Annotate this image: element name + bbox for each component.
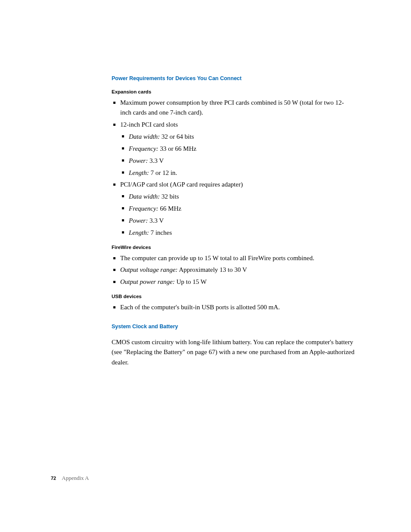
spec-label: Frequency: bbox=[129, 145, 159, 152]
section-expansion-cards: Expansion cards Maximum power consumptio… bbox=[112, 89, 355, 238]
list-item: Data width: 32 bits bbox=[120, 191, 355, 202]
list-text: 12-inch PCI card slots bbox=[120, 121, 178, 128]
list-item: Frequency: 33 or 66 MHz bbox=[120, 143, 355, 154]
list-item: Power: 3.3 V bbox=[120, 156, 355, 166]
sublist: Data width: 32 or 64 bits Frequency: 33 … bbox=[120, 131, 355, 178]
list-item: Length: 7 inches bbox=[120, 227, 355, 238]
list-firewire: The computer can provide up to 15 W tota… bbox=[112, 253, 355, 287]
spec-value: 32 or 64 bits bbox=[160, 133, 194, 140]
spec-value: 32 bits bbox=[160, 193, 179, 200]
spec-value: 7 or 12 in. bbox=[149, 169, 177, 176]
spec-label: Power: bbox=[129, 217, 148, 224]
spec-label: Output voltage range: bbox=[120, 266, 177, 273]
spec-value: 3.3 V bbox=[148, 157, 164, 164]
list-item: Length: 7 or 12 in. bbox=[120, 168, 355, 178]
list-text: PCI/AGP card slot (AGP card requires ada… bbox=[120, 181, 243, 188]
list-text: The computer can provide up to 15 W tota… bbox=[120, 255, 314, 261]
spec-label: Length: bbox=[129, 169, 149, 176]
heading-system-clock: System Clock and Battery bbox=[112, 324, 355, 330]
spec-label: Length: bbox=[129, 229, 149, 236]
list-item: 12-inch PCI card slots Data width: 32 or… bbox=[112, 120, 355, 178]
spec-value: Up to 15 W bbox=[175, 278, 207, 285]
spec-label: Output power range: bbox=[120, 278, 175, 285]
list-text: Each of the computer's built-in USB port… bbox=[120, 304, 280, 311]
spec-label: Power: bbox=[129, 157, 148, 164]
spec-value: Approximately 13 to 30 V bbox=[177, 266, 247, 273]
list-item: Frequency: 66 MHz bbox=[120, 203, 355, 214]
section-firewire: FireWire devices The computer can provid… bbox=[112, 245, 355, 287]
list-item: The computer can provide up to 15 W tota… bbox=[112, 253, 355, 263]
spec-label: Data width: bbox=[129, 133, 160, 140]
list-item: Output power range: Up to 15 W bbox=[112, 277, 355, 287]
subheading-expansion-cards: Expansion cards bbox=[112, 89, 355, 94]
list-text: Maximum power consumption by three PCI c… bbox=[120, 99, 344, 116]
sublist: Data width: 32 bits Frequency: 66 MHz Po… bbox=[120, 191, 355, 238]
paragraph-clock: CMOS custom circuitry with long-life lit… bbox=[112, 337, 355, 367]
list-item: PCI/AGP card slot (AGP card requires ada… bbox=[112, 180, 355, 238]
list-usb: Each of the computer's built-in USB port… bbox=[112, 302, 355, 312]
list-item: Output voltage range: Approximately 13 t… bbox=[112, 265, 355, 275]
spec-value: 66 MHz bbox=[159, 205, 181, 212]
subheading-usb: USB devices bbox=[112, 294, 355, 299]
list-item: Maximum power consumption by three PCI c… bbox=[112, 98, 355, 118]
spec-label: Data width: bbox=[129, 193, 160, 200]
list-item: Power: 3.3 V bbox=[120, 215, 355, 226]
list-item: Each of the computer's built-in USB port… bbox=[112, 302, 355, 312]
section-usb: USB devices Each of the computer's built… bbox=[112, 294, 355, 312]
spec-value: 7 inches bbox=[149, 229, 172, 236]
page-number: 72 bbox=[51, 476, 56, 481]
spec-value: 3.3 V bbox=[148, 217, 164, 224]
page-content: Power Requirements for Devices You Can C… bbox=[0, 0, 411, 367]
list-item: Data width: 32 or 64 bits bbox=[120, 131, 355, 142]
subheading-firewire: FireWire devices bbox=[112, 245, 355, 250]
appendix-label: Appendix A bbox=[62, 475, 89, 481]
spec-value: 33 or 66 MHz bbox=[159, 145, 196, 152]
heading-power-requirements: Power Requirements for Devices You Can C… bbox=[112, 75, 355, 81]
page-footer: 72 Appendix A bbox=[51, 475, 89, 482]
list-expansion: Maximum power consumption by three PCI c… bbox=[112, 98, 355, 238]
spec-label: Frequency: bbox=[129, 205, 159, 212]
